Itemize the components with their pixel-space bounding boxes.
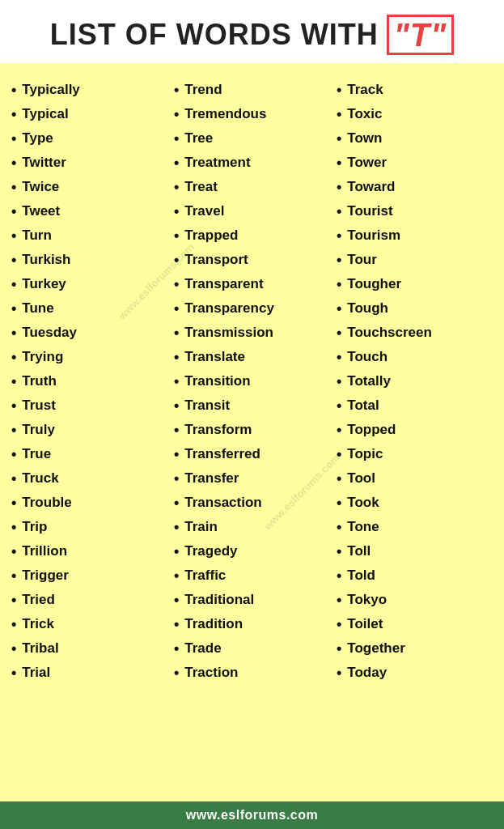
list-item: Typically — [11, 78, 167, 102]
list-item: Tougher — [337, 272, 493, 296]
list-item: Traction — [174, 661, 330, 685]
list-item: Transfer — [174, 466, 330, 491]
list-item: Tried — [11, 588, 167, 612]
list-item: Tone — [337, 515, 493, 539]
list-item: Tradition — [174, 612, 330, 636]
list-item: Traffic — [174, 563, 330, 588]
list-item: Transaction — [174, 491, 330, 515]
list-item: Turkish — [11, 248, 167, 272]
list-item: Truth — [11, 369, 167, 393]
list-item: Typical — [11, 102, 167, 126]
list-item: Traditional — [174, 588, 330, 612]
footer-text: www.eslforums.com — [186, 808, 319, 822]
list-item: Transform — [174, 418, 330, 442]
list-item: Translate — [174, 345, 330, 369]
word-list-2: TrendTremendousTreeTreatmentTreatTravelT… — [174, 78, 330, 685]
list-item: Topped — [337, 418, 493, 442]
list-item: Truck — [11, 466, 167, 491]
list-item: Transport — [174, 248, 330, 272]
list-item: Twitter — [11, 151, 167, 175]
list-item: Tough — [337, 296, 493, 321]
list-item: Trouble — [11, 491, 167, 515]
list-item: Type — [11, 126, 167, 151]
list-item: Transferred — [174, 442, 330, 466]
page-wrapper: LIST OF WORDS WITH "T" www.eslforums.com… — [0, 0, 504, 829]
list-item: Toxic — [337, 102, 493, 126]
list-item: Transit — [174, 393, 330, 418]
list-item: True — [11, 442, 167, 466]
list-item: Track — [337, 78, 493, 102]
list-item: Touchscreen — [337, 321, 493, 345]
list-item: Tourism — [337, 223, 493, 248]
footer: www.eslforums.com — [0, 801, 504, 829]
list-item: Tuesday — [11, 321, 167, 345]
list-item: Total — [337, 393, 493, 418]
column-1: TypicallyTypicalTypeTwitterTwiceTweetTur… — [8, 78, 171, 685]
word-list-3: TrackToxicTownTowerTowardTouristTourismT… — [337, 78, 493, 685]
list-item: Together — [337, 636, 493, 661]
list-item: Transmission — [174, 321, 330, 345]
list-item: Tremendous — [174, 102, 330, 126]
list-item: Trillion — [11, 539, 167, 563]
list-item: Tool — [337, 466, 493, 491]
list-item: Trend — [174, 78, 330, 102]
column-2: TrendTremendousTreeTreatmentTreatTravelT… — [171, 78, 333, 685]
list-item: Truly — [11, 418, 167, 442]
title-prefix: LIST OF WORDS WITH — [50, 18, 379, 52]
list-item: Train — [174, 515, 330, 539]
page-title: LIST OF WORDS WITH "T" — [13, 15, 491, 55]
list-item: Trip — [11, 515, 167, 539]
list-item: Trust — [11, 393, 167, 418]
list-item: Tour — [337, 248, 493, 272]
page-header: LIST OF WORDS WITH "T" — [0, 0, 504, 63]
list-item: Trial — [11, 661, 167, 685]
list-item: Took — [337, 491, 493, 515]
list-item: Trapped — [174, 223, 330, 248]
list-item: Tower — [337, 151, 493, 175]
list-item: Tree — [174, 126, 330, 151]
list-item: Tribal — [11, 636, 167, 661]
list-item: Treatment — [174, 151, 330, 175]
list-item: Tragedy — [174, 539, 330, 563]
list-item: Transition — [174, 369, 330, 393]
list-item: Topic — [337, 442, 493, 466]
main-content: www.eslforums.com www.eslforums.com Typi… — [0, 63, 504, 801]
list-item: Town — [337, 126, 493, 151]
list-item: Toll — [337, 539, 493, 563]
list-item: Transparency — [174, 296, 330, 321]
list-item: Totally — [337, 369, 493, 393]
list-item: Travel — [174, 199, 330, 223]
list-item: Treat — [174, 175, 330, 199]
list-item: Twice — [11, 175, 167, 199]
list-item: Turn — [11, 223, 167, 248]
word-columns: TypicallyTypicalTypeTwitterTwiceTweetTur… — [8, 78, 496, 685]
word-list-1: TypicallyTypicalTypeTwitterTwiceTweetTur… — [11, 78, 167, 685]
list-item: Trigger — [11, 563, 167, 588]
list-item: Trick — [11, 612, 167, 636]
list-item: Tourist — [337, 199, 493, 223]
list-item: Tweet — [11, 199, 167, 223]
list-item: Today — [337, 661, 493, 685]
list-item: Toward — [337, 175, 493, 199]
list-item: Tokyo — [337, 588, 493, 612]
list-item: Toilet — [337, 612, 493, 636]
list-item: Turkey — [11, 272, 167, 296]
title-highlight: "T" — [387, 15, 454, 55]
list-item: Told — [337, 563, 493, 588]
list-item: Tune — [11, 296, 167, 321]
column-3: TrackToxicTownTowerTowardTouristTourismT… — [333, 78, 496, 685]
list-item: Transparent — [174, 272, 330, 296]
list-item: Touch — [337, 345, 493, 369]
list-item: Trade — [174, 636, 330, 661]
list-item: Trying — [11, 345, 167, 369]
